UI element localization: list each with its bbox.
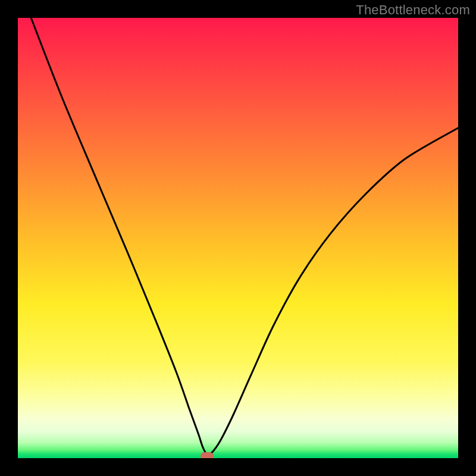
watermark-text: TheBottleneck.com [356, 2, 470, 18]
chart-curve-svg [18, 18, 458, 458]
chart-area [18, 18, 458, 458]
optimal-point-marker [201, 452, 214, 458]
bottleneck-curve [31, 18, 458, 455]
